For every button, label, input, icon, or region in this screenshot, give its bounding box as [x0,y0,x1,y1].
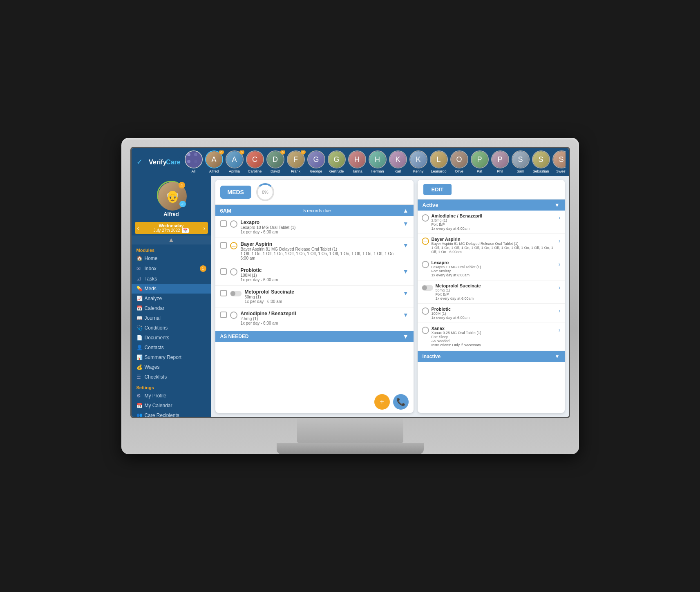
journal-icon: 📖 [136,315,142,321]
active-med-info: LexaproLexapro 10 MG Oral Tablet (1)For:… [432,260,556,277]
sidebar-item-conditions[interactable]: 🩺Conditions [132,323,211,333]
nav-user-sebastian[interactable]: SSebastian [532,150,550,173]
sidebar-item-inbox[interactable]: ✉Inbox1 [132,263,211,274]
as-needed-chevron[interactable]: ▼ [403,333,409,340]
sidebar-item-summary-report[interactable]: 📊Summary Report [132,352,211,362]
sidebar-item-contacts[interactable]: 👤Contacts [132,343,211,352]
settings-item-my-profile[interactable]: ⚙My Profile [132,391,211,401]
nav-user-sam[interactable]: SSam [512,150,530,173]
med-toggle[interactable] [230,291,242,296]
active-med-chevron[interactable]: › [559,261,561,267]
meds-button[interactable]: MEDS [220,186,251,199]
med-checkbox[interactable] [220,312,227,318]
date-next-button[interactable]: › [204,225,206,231]
fab-container: + 📞 [215,391,414,413]
sidebar-item-wages[interactable]: 💰Wages [132,362,211,372]
settings-header: Settings [132,383,211,391]
active-med-toggle[interactable] [422,285,433,291]
nav-user-label-aprillia: Aprillia [229,169,240,173]
settings-item-care-recipients[interactable]: 👥Care Recipients [132,410,211,417]
nav-user-alfred[interactable]: A⚠Alfred [205,150,223,173]
med-info: Probiotic100M (1)1x per day - 6:00 am [241,267,400,282]
sidebar-item-calendar[interactable]: 📅Calendar [132,303,211,313]
nav-user-leanardo[interactable]: LLeanardo [430,150,448,173]
active-med-chevron[interactable]: › [559,284,561,291]
med-detail: 50mg (1) [245,295,400,299]
date-full: July 27th 2022 📅 [139,228,204,233]
med-info: Metoprolol Succinate50mg (1)1x per day -… [245,289,400,304]
sidebar-item-checklists[interactable]: ☰Checklists [132,372,211,382]
add-fab-button[interactable]: + [374,394,390,410]
active-med-name: Amlodipine / Benazepril [432,213,556,218]
med-items: LexaproLexapro 10 MG Oral Tablet (1)1x p… [215,216,414,329]
sidebar-username: Alfred [163,211,179,217]
med-schedule: 1 Off, 1 On, 1 Off, 1 On, 1 Off, 1 On, 1… [241,251,400,260]
med-checkbox[interactable] [220,242,227,249]
sidebar-item-label: Checklists [145,374,167,380]
med-detail: 2.5mg (1) [241,316,400,321]
nav-user-hanna[interactable]: HHanna [348,150,366,173]
nav-all-label: All [191,169,195,173]
sidebar-check-badge: ✓ [179,201,186,207]
active-med-info: Metoprolol Succinate50mg (1)For: B/P1x e… [436,283,556,300]
active-label: Active [423,202,438,208]
med-name: Amlodipine / Benazepril [241,311,400,316]
sidebar-item-meds[interactable]: 💊Meds [132,284,211,294]
nav-user-gertrude[interactable]: GGertrude [328,150,346,173]
nav-user-sweet[interactable]: SSweet [552,150,566,173]
active-panel-scroll[interactable]: Active ▼ Amlodipine / Benazepril2.5mg (1… [418,200,565,413]
nav-user-george[interactable]: GGeorge [307,150,325,173]
edit-button[interactable]: EDIT [423,183,453,196]
main-layout: 👴 ⚠ ✓ Alfred ‹ Wednesday July 27th 2022 [132,176,569,417]
nav-user-david[interactable]: D⚠David [266,150,284,173]
sidebar-item-home[interactable]: 🏠Home [132,253,211,263]
med-status-icon [230,268,237,276]
inbox-icon: ✉ [136,266,142,271]
active-med-chevron[interactable]: › [559,238,561,244]
sidebar-item-documents[interactable]: 📄Documents [132,333,211,343]
nav-user-aprillia[interactable]: A⚠Aprillia [226,150,244,173]
call-fab-button[interactable]: 📞 [393,394,409,410]
time-section-chevron[interactable]: ▲ [403,207,409,214]
sidebar-item-journal[interactable]: 📖Journal [132,313,211,323]
active-med-info: Probiotic100M (1)1x every day at 6:00am [432,307,556,320]
active-med-status [422,327,429,334]
active-med-chevron[interactable]: › [559,327,561,333]
nav-user-phil[interactable]: PPhil [491,150,509,173]
sidebar-item-analyze[interactable]: 📈Analyze [132,294,211,303]
table-row: LexaproLexapro 10 MG Oral Tablet (1)1x p… [215,216,414,238]
med-chevron[interactable]: ▼ [403,220,409,227]
active-med-chevron[interactable]: › [559,307,561,314]
nav-user-caroline[interactable]: CCaroline [246,150,264,173]
med-checkbox[interactable] [220,220,227,227]
nav-user-frank[interactable]: F⚠Frank [287,150,305,173]
active-chevron[interactable]: ▼ [555,202,560,208]
active-med-name: Xanax [432,326,556,331]
meds-scroll[interactable]: 6AM 5 records due ▲ LexaproLexapro 10 MG… [215,205,414,391]
med-checkbox[interactable] [220,268,227,275]
settings-item-my-calendar[interactable]: 📅My Calendar [132,401,211,410]
as-needed-header: AS NEEDED ▼ [215,331,414,342]
settings-item-label: My Calendar [145,403,172,408]
med-name: Bayer Aspirin [241,241,400,247]
active-panel-header: EDIT [418,180,565,200]
nav-user-herman[interactable]: HHerman [369,150,387,173]
nav-user-label-david: David [271,169,280,173]
med-chevron[interactable]: ▼ [403,268,409,275]
sidebar-scroll-up[interactable]: ▲ [132,235,211,244]
med-checkbox[interactable] [220,290,227,296]
my-calendar-icon: 📅 [136,403,142,408]
med-schedule: 1x per day - 6:00 am [241,278,400,282]
nav-user-pat[interactable]: PPat [471,150,489,173]
med-chevron[interactable]: ▼ [403,312,409,318]
summary-report-icon: 📊 [136,354,142,360]
inactive-chevron[interactable]: ▼ [555,354,560,359]
med-chevron[interactable]: ▼ [403,290,409,296]
active-med-chevron[interactable]: › [559,214,561,221]
nav-user-olive[interactable]: OOlive [450,150,468,173]
nav-user-karl[interactable]: KKarl [389,150,407,173]
med-chevron[interactable]: ▼ [403,242,409,249]
nav-user-kenny[interactable]: KKenny [409,150,427,173]
sidebar-item-tasks[interactable]: ☑Tasks [132,274,211,284]
nav-all-button[interactable]: All [185,150,203,173]
